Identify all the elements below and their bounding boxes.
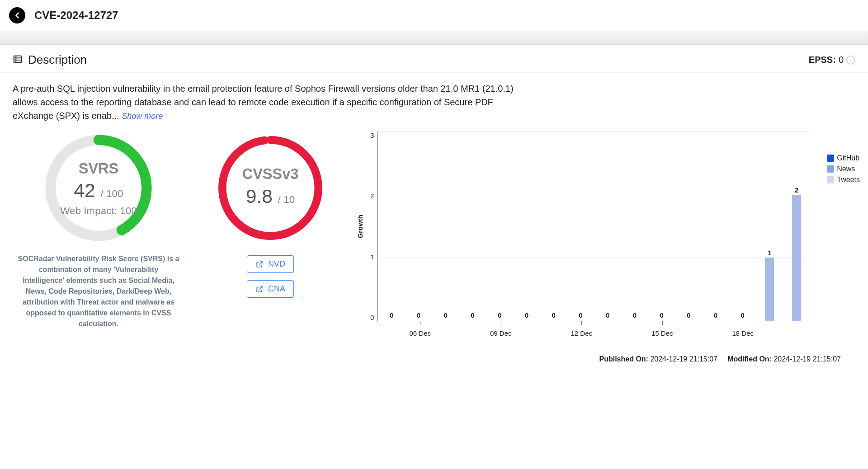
- cvss-label: CVSSv3: [225, 165, 316, 183]
- svrs-panel: SVRS 42 / 100 Web Impact: 100 SOCRadar V…: [13, 131, 184, 329]
- modified-value: 2024-12-19 21:15:07: [774, 355, 841, 363]
- arrow-left-icon: [13, 11, 22, 20]
- description-header: Description EPSS: 0 i: [0, 45, 868, 73]
- cvss-gauge: CVSSv3 9.8 / 10: [214, 131, 327, 244]
- epss-display: EPSS: 0 i: [809, 55, 855, 65]
- panels-row: SVRS 42 / 100 Web Impact: 100 SOCRadar V…: [0, 127, 868, 346]
- svrs-denom: / 100: [101, 188, 123, 199]
- svrs-note: SOCRadar Vulnerability Risk Score (SVRS)…: [13, 253, 184, 329]
- legend-item[interactable]: News: [827, 165, 860, 173]
- info-icon[interactable]: i: [846, 56, 855, 65]
- section-title: Description: [28, 53, 809, 67]
- external-link-icon: [255, 285, 264, 293]
- description-body: A pre-auth SQL injection vulnerability i…: [13, 84, 514, 121]
- list-icon: [13, 54, 23, 66]
- banner-strip: [0, 31, 868, 45]
- svrs-score: 42: [74, 179, 95, 201]
- legend-item[interactable]: Tweets: [827, 176, 860, 184]
- chart-plot: 0000000000000012: [377, 131, 810, 321]
- published-value: 2024-12-19 21:15:07: [650, 355, 717, 363]
- external-link-icon: [255, 260, 264, 268]
- chart-y-ticks: 3210: [367, 131, 377, 321]
- chart-legend: GitHubNewsTweets: [827, 154, 860, 187]
- cna-label: CNA: [268, 284, 285, 294]
- nvd-label: NVD: [268, 259, 285, 269]
- chart-x-ticks: 06 Dec09 Dec12 Dec15 Dec18 Dec: [356, 321, 855, 337]
- description-text: A pre-auth SQL injection vulnerability i…: [0, 73, 542, 127]
- svg-rect-0: [14, 56, 22, 62]
- page-header: CVE-2024-12727: [0, 0, 868, 31]
- meta-dates: Published On: 2024-12-19 21:15:07 Modifi…: [0, 346, 868, 372]
- nvd-link[interactable]: NVD: [247, 255, 294, 273]
- chart-ylabel: Growth: [356, 215, 364, 239]
- external-links: NVD CNA: [247, 255, 294, 298]
- back-button[interactable]: [9, 7, 25, 23]
- cvss-denom: / 10: [278, 194, 295, 205]
- published-label: Published On:: [599, 355, 648, 363]
- svrs-gauge: SVRS 42 / 100 Web Impact: 100: [42, 131, 155, 244]
- page-title: CVE-2024-12727: [34, 9, 118, 22]
- cvss-panel: CVSSv3 9.8 / 10 NVD CNA: [203, 131, 338, 298]
- cvss-score: 9.8: [246, 185, 273, 207]
- svrs-label: SVRS: [53, 160, 144, 178]
- show-more-link[interactable]: Show more: [122, 112, 163, 121]
- epss-value: 0: [839, 55, 844, 65]
- cna-link[interactable]: CNA: [247, 280, 294, 298]
- legend-item[interactable]: GitHub: [827, 154, 860, 162]
- svrs-sub: Web Impact: 100: [53, 205, 144, 216]
- modified-label: Modified On:: [727, 355, 772, 363]
- epss-label: EPSS:: [809, 55, 836, 65]
- growth-chart: Growth 3210 0000000000000012 06 Dec09 De…: [356, 131, 855, 337]
